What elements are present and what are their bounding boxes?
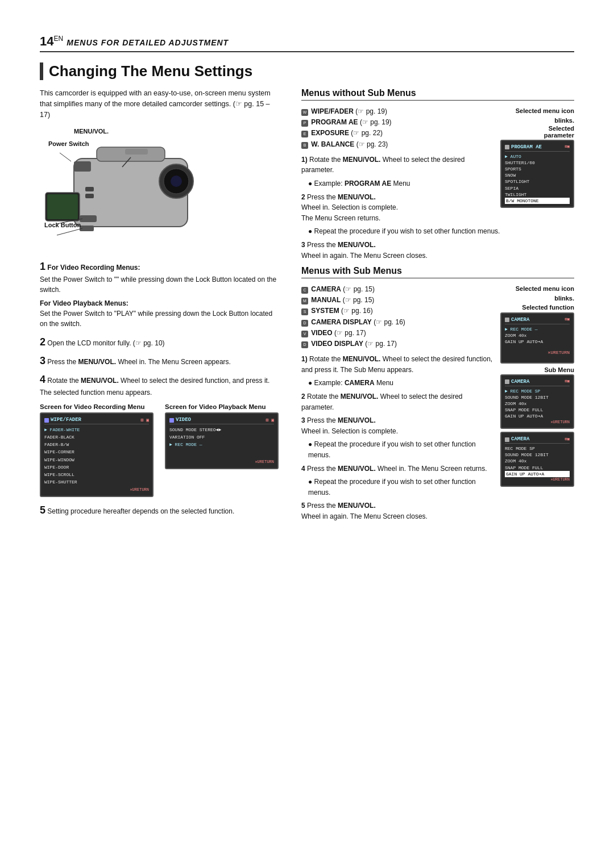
wipe-icon: W	[301, 109, 308, 116]
cfinal-row5-selected: GAIN UP AUTO➔A	[505, 471, 570, 477]
step1-text: 1 For Video Recording Menus: Set the Pow…	[40, 259, 279, 295]
program-ae-lcd: PROGRAM AE ⊞▣ ► AUTO SHUTTER1/60 SPORTS …	[500, 140, 574, 208]
recording-menu-title: WIPE/FADER	[51, 416, 81, 424]
cam1-row1: ► REC MODE —	[505, 326, 570, 332]
sub-label-5: VIDEO	[311, 329, 332, 337]
camera-final-title: CAMERA	[511, 436, 529, 443]
cam1-row3: GAIN UP AUTO➔A	[505, 339, 570, 345]
no-sub-label-2: PROGRAM AE	[311, 118, 358, 126]
camera-sub-title: CAMERA	[511, 378, 529, 386]
ae-item-4: SNOW	[505, 172, 570, 178]
step-2: 2 Open the LCD monitor fully. (☞ pg. 10)	[40, 335, 279, 350]
no-sub-label-3: EXPOSURE	[311, 129, 349, 137]
no-sub-title: Menus without Sub Menus	[301, 88, 574, 101]
sub-note: Selected menu icon blinks.	[500, 284, 574, 303]
recording-icons: ⊞ ▣	[141, 417, 149, 423]
svg-rect-7	[74, 161, 91, 172]
csub-row3: ZOOM 40x	[505, 400, 570, 407]
sys-icon: S	[301, 308, 308, 315]
menu-vol-label: MENU/VOL.	[74, 128, 279, 135]
step1-bold: For Video Recording Menus:	[47, 264, 140, 272]
r-return: ✕URETURN	[44, 487, 149, 493]
program-ae-header: PROGRAM AE ⊞▣	[505, 144, 570, 152]
ae-item-7: TWILIGHT	[505, 191, 570, 198]
playback-screen-box: Screen for Video Playback Menu VIDEO ⊞ ▣…	[165, 403, 279, 497]
ae-item-3: SPORTS	[505, 166, 570, 172]
sub-label-2: MANUAL	[311, 296, 341, 304]
ae-selected: ► AUTO	[505, 153, 570, 160]
no-sub-label-1: WIPE/FADER	[311, 107, 354, 115]
sub-content: Selected menu icon blinks. Selected func…	[301, 284, 574, 524]
sub-right: Selected menu icon blinks. Selected func…	[500, 284, 574, 487]
p-item-2: VARIATION OFF	[169, 433, 274, 441]
page-number: 14EN	[40, 34, 67, 48]
recording-screen-box: Screen for Video Recording Menu WIPE/FAD…	[40, 403, 154, 497]
camera-sub-header: CAMERA ⊞▣	[505, 378, 570, 386]
left-column: This camcorder is equipped with an easy-…	[40, 88, 279, 525]
csub-row2: SOUND MODE 12BIT	[505, 394, 570, 400]
sub-menu-label: Sub Menu	[500, 366, 574, 373]
step-5: 5 Setting procedure hereafter depends on…	[40, 503, 279, 518]
cam1-row2: ZOOM 40x	[505, 332, 570, 339]
page-header-title: MENUS FOR DETAILED ADJUSTMENT	[67, 38, 229, 47]
playback-lcd-header: VIDEO ⊞ ▣	[169, 416, 274, 424]
ae-item-5: SPOTLIGHT	[505, 178, 570, 185]
step1-sub-bold: For Video Playback Menus:	[40, 299, 128, 307]
no-sub-label-4: W. BALANCE	[311, 140, 354, 148]
sub-label-1: CAMERA	[311, 285, 341, 293]
main-title: Changing The Menu Settings	[40, 62, 574, 80]
camera-title-1: CAMERA	[511, 316, 529, 324]
csub-return: ✕URETURN	[505, 420, 570, 425]
sub-selected-note: Selected function	[500, 304, 574, 311]
ns-bullet2: Repeat the procedure if you wish to set …	[308, 226, 574, 237]
no-sub-note: Selected menu icon blinks.	[500, 106, 574, 125]
sub-section: Menus with Sub Menus Selected menu icon …	[301, 266, 574, 524]
r-item-8: WIPE-SHUTTER	[44, 478, 149, 486]
r-item-3: FADER-B/W	[44, 441, 149, 448]
svg-rect-5	[47, 194, 78, 219]
intro-text: This camcorder is equipped with an easy-…	[40, 88, 279, 120]
svg-point-3	[171, 176, 182, 187]
page-header: 14EN MENUS FOR DETAILED ADJUSTMENT	[40, 34, 574, 52]
p-selected: ► REC MODE —	[169, 441, 274, 448]
vid-icon: V	[301, 331, 308, 337]
recording-lcd: WIPE/FADER ⊞ ▣ ► FADER-WHITE FADER-BLACK…	[40, 412, 154, 497]
step4-text: Rotate the MENU/VOL. Wheel to select the…	[40, 377, 269, 397]
cfinal-row4: SNAP MODE FULL	[505, 465, 570, 471]
csub-row5: GAIN UP AUTO➔A	[505, 413, 570, 419]
cam-icon: C	[301, 287, 308, 294]
screen-row: Screen for Video Recording Menu WIPE/FAD…	[40, 403, 279, 497]
cfinal-row2: SOUND MODE 12BIT	[505, 452, 570, 458]
bal-icon: B	[301, 142, 308, 149]
svg-rect-8	[125, 149, 148, 155]
power-switch-label: Power Switch	[48, 140, 89, 147]
program-ae-title: PROGRAM AE	[511, 144, 542, 151]
vd-icon: D	[301, 341, 308, 348]
page: 14EN MENUS FOR DETAILED ADJUSTMENT Chang…	[0, 0, 614, 570]
recording-lcd-header: WIPE/FADER ⊞ ▣	[44, 416, 149, 424]
csub-row4: SNAP MODE FULL	[505, 407, 570, 413]
no-sub-selected-note: Selected parameter	[500, 125, 574, 139]
step1-body: Set the Power Switch to "" while pressin…	[40, 276, 276, 294]
no-sub-content: Selected menu icon blinks. Selected para…	[301, 106, 574, 264]
ns-step3: 3 Press the MENU/VOL. Wheel in again. Th…	[301, 240, 574, 261]
step1-sub: For Video Playback Menus: Set the Power …	[40, 298, 279, 329]
camcorder-area: MENU/VOL.	[40, 128, 279, 251]
svg-rect-9	[85, 187, 94, 191]
camera-sub-lcd: CAMERA ⊞▣ ► REC MODE SP SOUND MODE 12BIT…	[500, 374, 574, 429]
sub-title: Menus with Sub Menus	[301, 266, 574, 278]
r-item-6: WIPE-DOOR	[44, 464, 149, 471]
step1-sub-body: Set the Power Switch to "PLAY" while pre…	[40, 310, 272, 328]
r-item-2: FADER-BLACK	[44, 433, 149, 441]
svg-rect-10	[85, 194, 94, 198]
two-col-layout: This camcorder is equipped with an easy-…	[40, 88, 574, 525]
playback-screen-label: Screen for Video Playback Menu	[165, 403, 279, 410]
no-sub-section: Menus without Sub Menus Selected menu ic…	[301, 88, 574, 264]
p-item-1: SOUND MODE STEREO◄►	[169, 426, 274, 433]
camera-final-header: CAMERA ⊞▣	[505, 436, 570, 444]
step3-text: Press the MENU/VOL. Wheel in. The Menu S…	[47, 358, 231, 366]
sub-label-3: SYSTEM	[311, 307, 339, 315]
man-icon: M	[301, 298, 308, 304]
playback-lcd: VIDEO ⊞ ▣ SOUND MODE STEREO◄► VARIATION …	[165, 412, 279, 469]
step2-text: Open the LCD monitor fully. (☞ pg. 10)	[47, 339, 164, 347]
